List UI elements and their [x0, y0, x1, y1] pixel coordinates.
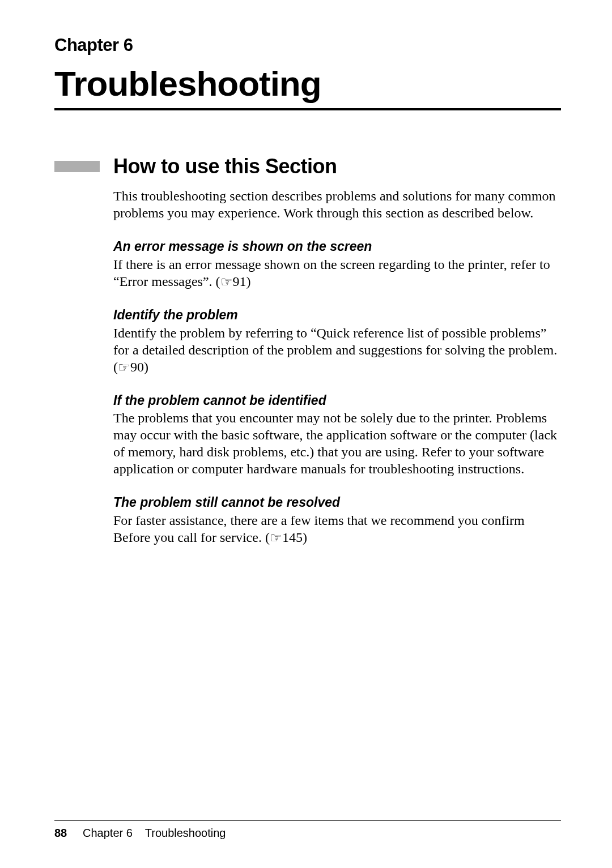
footer-chapter-ref: Chapter 6 [83, 827, 133, 839]
footer-chapter-title: Troubleshooting [145, 827, 226, 839]
subsection-body: For faster assistance, there are a few i… [113, 512, 561, 546]
page-ref: 145 [282, 530, 303, 545]
body-text: Identify the problem by referring to “Qu… [113, 326, 557, 374]
subsection: Identify the problem Identify the proble… [113, 307, 561, 375]
body-after: ) [144, 360, 148, 374]
section-accent-bar [54, 161, 100, 172]
page-number: 88 [54, 827, 67, 839]
pointer-icon: ☞ [270, 529, 282, 546]
page-ref: 91 [233, 274, 246, 289]
chapter-title: Troubleshooting [54, 63, 561, 110]
subsection-body: Identify the problem by referring to “Qu… [113, 324, 561, 375]
pointer-icon: ☞ [220, 273, 233, 290]
body-text: For faster assistance, there are a few i… [113, 513, 525, 545]
body-text: The problems that you encounter may not … [113, 411, 557, 476]
footer-rule [54, 820, 561, 821]
body-after: ) [303, 530, 307, 545]
subsection: The problem still cannot be resolved For… [113, 494, 561, 546]
subsection-heading: If the problem cannot be identified [113, 392, 561, 409]
subsection: An error message is shown on the screen … [113, 238, 561, 290]
section-intro: This troubleshooting section describes p… [113, 187, 561, 221]
document-page: Chapter 6 Troubleshooting How to use thi… [0, 0, 612, 868]
subsection-body: If there is an error message shown on th… [113, 256, 561, 290]
chapter-label: Chapter 6 [54, 35, 561, 55]
body-text: If there is an error message shown on th… [113, 257, 550, 289]
subsection: If the problem cannot be identified The … [113, 392, 561, 478]
subsection-heading: Identify the problem [113, 307, 561, 323]
page-ref: 90 [130, 360, 144, 374]
page-footer: 88 Chapter 6 Troubleshooting [54, 827, 226, 840]
body-after: ) [246, 274, 251, 289]
section-header: How to use this Section [54, 155, 561, 178]
pointer-icon: ☞ [118, 359, 130, 376]
subsection-heading: The problem still cannot be resolved [113, 494, 561, 511]
section-title: How to use this Section [113, 155, 337, 178]
subsection-body: The problems that you encounter may not … [113, 409, 561, 477]
section-how-to-use: How to use this Section This troubleshoo… [54, 155, 561, 546]
subsection-heading: An error message is shown on the screen [113, 238, 561, 255]
